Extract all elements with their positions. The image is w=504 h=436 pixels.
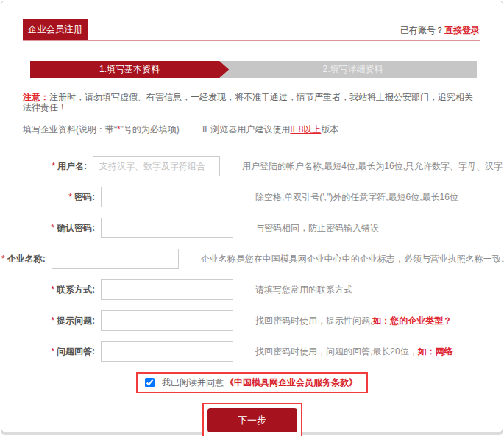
browser-note-suffix: 版本 — [321, 124, 338, 135]
form-row: *用户名: 用户登陆的帐户名称,最短4位,最长为16位,只允许数字、字母、汉字 — [1, 156, 503, 176]
field-label-text: 用户名: — [57, 161, 87, 171]
field-label-text: 问题回答: — [57, 346, 95, 357]
field-hint: 找回密码时使用，问题的回答,最长20位，如：网络 — [255, 346, 453, 358]
field-hint-text: 找回密码时使用，问题的回答,最长20位， — [255, 346, 418, 357]
required-asterisk: * — [51, 223, 54, 233]
field-label: *问题回答: — [1, 346, 95, 358]
step-1-basic-info: 1.填写基本资料 — [30, 61, 229, 78]
field-hint-text: 用户登陆的帐户名称,最短4位,最长为16位,只允许数字、字母、汉字 — [242, 161, 503, 171]
field-input-0[interactable] — [93, 156, 220, 176]
required-asterisk: * — [68, 192, 72, 202]
form-row: *密码: 除空格,单双引号(',")外的任意字符,最短6位,最长16位 — [1, 187, 503, 207]
field-input-6[interactable] — [101, 341, 233, 362]
agreement-checkbox[interactable] — [145, 378, 155, 387]
terms-link[interactable]: 《中国模具网企业会员服务条款》 — [225, 376, 358, 389]
field-hint-example: 如：您的企业类型？ — [372, 315, 452, 326]
submit-row: 下一步 — [1, 403, 503, 436]
agreement-row: 我已阅读并同意 《中国模具网企业会员服务条款》 — [1, 372, 503, 393]
progress-steps: 1.填写基本资料 2.填写详细资料 — [30, 61, 477, 78]
button-annotation-box: 下一步 — [202, 403, 302, 436]
field-input-4[interactable] — [101, 279, 233, 300]
agreement-annotation-box: 我已阅读并同意 《中国模具网企业会员服务条款》 — [136, 372, 368, 393]
browser-note-highlight: IE8以上 — [290, 124, 321, 135]
field-label: *用户名: — [1, 160, 87, 173]
field-label: *企业名称: — [1, 253, 46, 265]
field-hint-text: 企业名称是您在中国模具网企业中心中的企业标志，必须与营业执照名称一致。 — [201, 254, 504, 264]
tab-enterprise-register[interactable]: 企业会员注册 — [23, 19, 88, 40]
field-input-1[interactable] — [101, 187, 233, 207]
field-hint: 找回密码时使用，提示性问题,如：您的企业类型？ — [255, 315, 452, 327]
required-asterisk: * — [51, 315, 54, 326]
page-header: 企业会员注册 已有账号？直接登录 — [1, 1, 503, 41]
form-row: *联系方式: 请填写您常用的联系方式 — [1, 279, 503, 300]
form-row: *问题回答: 找回密码时使用，问题的回答,最长20位，如：网络 — [1, 341, 503, 362]
browser-note: IE浏览器用户建议使用IE8以上版本 — [202, 124, 338, 135]
step-2-detail-info: 2.填写详细资料 — [229, 61, 477, 78]
form-row: *提示问题: 找回密码时使用，提示性问题,如：您的企业类型？ — [1, 310, 503, 331]
have-account-text: 已有账号？ — [400, 25, 444, 35]
field-label: *密码: — [1, 191, 95, 204]
field-hint: 用户登陆的帐户名称,最短4位,最长为16位,只允许数字、字母、汉字 — [242, 160, 503, 173]
browser-note-prefix: IE浏览器用户建议使用 — [202, 124, 290, 135]
field-label-text: 密码: — [74, 192, 95, 202]
header-divider — [23, 40, 480, 41]
registration-form: *用户名: 用户登陆的帐户名称,最短4位,最长为16位,只允许数字、字母、汉字 … — [1, 156, 503, 362]
field-label: *确认密码: — [1, 222, 95, 235]
field-hint-text: 请填写您常用的联系方式 — [255, 285, 352, 295]
required-note-pre: 填写企业资料(说明：带“ — [23, 124, 117, 135]
warning-notice: 注意：注册时，请勿填写虚假、有害信息，一经发现，将不准于通过，情节严重者，我站将… — [23, 92, 480, 112]
field-input-2[interactable] — [101, 218, 233, 238]
field-input-5[interactable] — [101, 310, 233, 331]
field-label: *联系方式: — [1, 284, 95, 296]
required-note-post: ”号的为必填项) — [121, 124, 180, 135]
agreement-text: 我已阅读并同意 — [162, 376, 224, 389]
field-label-text: 联系方式: — [57, 285, 95, 295]
field-input-3[interactable] — [52, 249, 179, 269]
field-hint-text: 与密码相同，防止密码输入错误 — [255, 223, 379, 233]
next-step-button[interactable]: 下一步 — [207, 408, 297, 432]
field-hint: 与密码相同，防止密码输入错误 — [255, 222, 379, 235]
registration-panel: 企业会员注册 已有账号？直接登录 1.填写基本资料 2.填写详细资料 注意：注册… — [1, 1, 503, 432]
direct-login-link[interactable]: 直接登录 — [444, 25, 480, 35]
field-label: *提示问题: — [1, 315, 95, 327]
field-hint-text: 除空格,单双引号(',")外的任意字符,最短6位,最长16位 — [255, 192, 458, 202]
required-asterisk: * — [52, 161, 55, 171]
have-account-area: 已有账号？直接登录 — [400, 24, 480, 37]
required-asterisk: * — [51, 346, 54, 357]
form-row: *确认密码: 与密码相同，防止密码输入错误 — [1, 218, 503, 238]
required-asterisk: * — [51, 285, 54, 295]
field-hint-text: 找回密码时使用，提示性问题, — [255, 315, 372, 326]
form-instructions: 填写企业资料(说明：带“*”号的为必填项) IE浏览器用户建议使用IE8以上版本 — [23, 124, 480, 136]
field-label-text: 确认密码: — [57, 223, 95, 233]
notice-prefix: 注意： — [23, 92, 49, 102]
field-hint: 请填写您常用的联系方式 — [255, 284, 352, 296]
notice-body: 注册时，请勿填写虚假、有害信息，一经发现，将不准于通过，情节严重者，我站将上报公… — [23, 92, 473, 112]
field-label-text: 提示问题: — [57, 315, 95, 326]
field-label-text: 企业名称: — [7, 254, 46, 264]
field-hint-example: 如：网络 — [418, 346, 453, 357]
required-asterisk: * — [1, 254, 5, 264]
field-hint: 除空格,单双引号(',")外的任意字符,最短6位,最长16位 — [255, 191, 458, 204]
field-hint: 企业名称是您在中国模具网企业中心中的企业标志，必须与营业执照名称一致。 — [201, 253, 504, 265]
form-row: *企业名称: 企业名称是您在中国模具网企业中心中的企业标志，必须与营业执照名称一… — [1, 249, 503, 269]
